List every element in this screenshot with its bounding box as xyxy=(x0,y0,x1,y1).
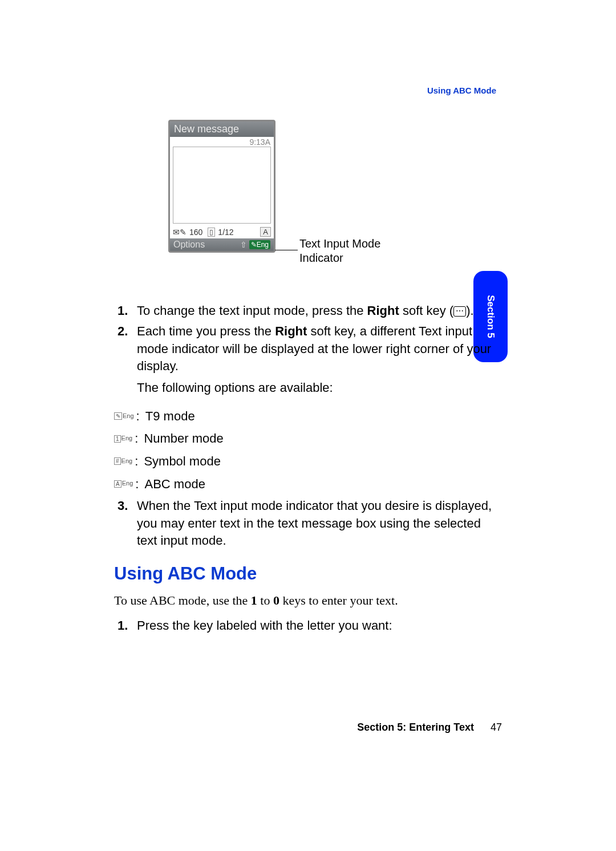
shift-icon: ⇧ xyxy=(240,240,247,249)
eng-badge: ✎Eng xyxy=(249,240,270,249)
section-heading: Using ABC Mode xyxy=(114,562,502,586)
step-1: 1. To change the text input mode, press … xyxy=(137,302,502,319)
abc-step-1: 1. Press the key labeled with the letter… xyxy=(137,617,502,634)
mode-list: ✎Eng : T9 mode 1Eng : Number mode #Eng :… xyxy=(114,405,502,495)
step-2: 2. Each time you press the Right soft ke… xyxy=(137,323,502,375)
phone-softkey-bar: Options ⇧ ✎Eng xyxy=(170,238,274,251)
phone-screenshot: New message 9:13A ✉✎ 160 ▯ 1/12 A Option… xyxy=(168,120,275,253)
instruction-block: 1. To change the text input mode, press … xyxy=(114,302,502,635)
abc-icon: AEng xyxy=(114,478,133,489)
mode-letter-box: A xyxy=(260,227,271,237)
envelope-icon: ✉✎ xyxy=(173,228,187,237)
phone-time: 9:13A xyxy=(170,137,274,147)
figure-area: New message 9:13A ✉✎ 160 ▯ 1/12 A Option… xyxy=(114,120,502,302)
callout-label: Text Input Mode Indicator xyxy=(299,237,380,265)
page-icon: ▯ xyxy=(208,228,215,237)
t9-icon: ✎Eng xyxy=(114,411,134,422)
char-count: 160 xyxy=(189,228,202,237)
step-3: 3. When the Text input mode indicator th… xyxy=(137,497,502,549)
page-content: Using ABC Mode New message 9:13A ✉✎ 160 … xyxy=(114,86,502,638)
left-softkey: Options xyxy=(173,240,240,250)
right-softkey-icon: ⋯ xyxy=(453,306,466,316)
section-intro: To use ABC mode, use the 1 to 0 keys to … xyxy=(114,592,502,609)
mode-symbol: #Eng : Symbol mode xyxy=(114,450,502,473)
symbol-icon: #Eng xyxy=(114,456,132,467)
footer-section: Section 5: Entering Text xyxy=(357,722,474,733)
footer-page-number: 47 xyxy=(491,722,502,733)
running-header: Using ABC Mode xyxy=(427,86,496,95)
callout-line xyxy=(275,250,298,250)
phone-title: New message xyxy=(170,121,274,137)
page-footer: Section 5: Entering Text 47 xyxy=(114,722,502,734)
following-text: The following options are available: xyxy=(137,379,502,396)
phone-text-area xyxy=(173,147,271,224)
mode-abc: AEng : ABC mode xyxy=(114,473,502,496)
mode-number: 1Eng : Number mode xyxy=(114,427,502,450)
number-icon: 1Eng xyxy=(114,433,132,444)
page-indicator: 1/12 xyxy=(218,228,233,237)
phone-status-bar: ✉✎ 160 ▯ 1/12 A xyxy=(170,225,274,238)
mode-t9: ✎Eng : T9 mode xyxy=(114,405,502,428)
